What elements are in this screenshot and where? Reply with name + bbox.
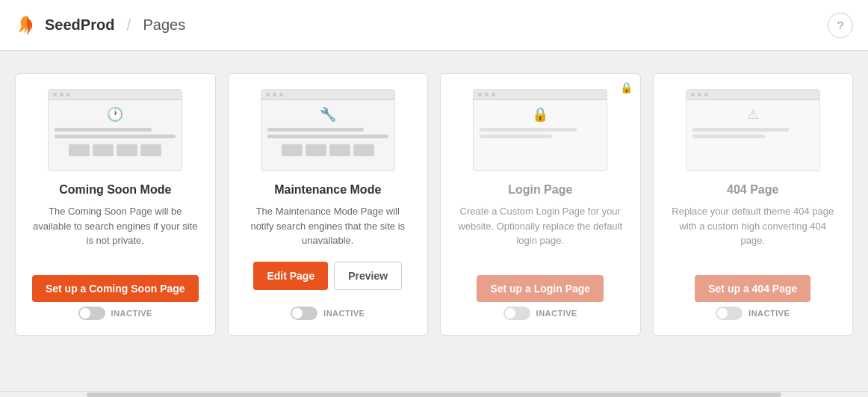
login-card: 🔒 🔒 Login Page Create a Custom Login Pag… — [440, 73, 641, 336]
preview-lines — [55, 128, 176, 138]
preview-block — [353, 144, 374, 156]
preview-dot — [691, 93, 695, 96]
header-left: SeedProd / Pages — [15, 13, 185, 37]
preview-dot — [279, 93, 283, 96]
preview-line — [267, 135, 388, 138]
coming-soon-desc: The Coming Soon Page will be available t… — [31, 204, 200, 262]
horizontal-scrollbar[interactable] — [0, 391, 868, 397]
maintenance-status: INACTIVE — [323, 309, 365, 318]
login-status: INACTIVE — [536, 309, 577, 318]
preview-block — [117, 144, 137, 156]
maintenance-btn-row: Edit Page Preview — [253, 262, 402, 290]
404-title: 404 Page — [727, 183, 778, 197]
preview-blocks — [282, 144, 374, 156]
preview-topbar — [686, 90, 819, 100]
page-title: Pages — [143, 16, 185, 34]
404-setup-button[interactable]: Set up a 404 Page — [695, 275, 810, 302]
clock-icon: 🕐 — [107, 106, 123, 123]
maintenance-card: 🔧 Maintenance Mode The Maintenance Mode … — [228, 73, 429, 336]
404-card: ⚠ 404 Page Replace your default theme 40… — [653, 73, 854, 336]
preview-dot — [492, 93, 495, 96]
coming-soon-preview: 🕐 — [48, 89, 182, 171]
coming-soon-title: Coming Soon Mode — [59, 183, 171, 197]
404-status: INACTIVE — [748, 309, 790, 318]
coming-soon-status: INACTIVE — [111, 309, 152, 318]
maintenance-preview: 🔧 — [261, 89, 395, 171]
maintenance-preview-button[interactable]: Preview — [334, 262, 402, 290]
preview-block — [140, 144, 161, 156]
preview-lines — [480, 128, 601, 138]
help-icon: ? — [837, 19, 843, 31]
toggle-knob — [80, 308, 90, 318]
preview-topbar — [261, 90, 394, 100]
preview-body: ⚠ — [686, 100, 819, 141]
preview-topbar — [474, 90, 607, 100]
preview-line — [692, 128, 790, 132]
login-setup-button[interactable]: Set up a Login Page — [477, 275, 604, 302]
scrollbar-thumb — [87, 393, 781, 397]
lock-badge-icon: 🔒 — [620, 81, 633, 93]
toggle-knob — [505, 308, 515, 318]
preview-body: 🕐 — [49, 100, 182, 159]
login-desc: Create a Custom Login Page for your webs… — [456, 204, 625, 262]
preview-dot — [485, 93, 489, 96]
logo-text: SeedProd — [45, 16, 114, 34]
preview-dot — [478, 93, 482, 96]
lock-preview-icon: 🔒 — [532, 106, 548, 123]
404-desc: Replace your default theme 404 page with… — [669, 204, 838, 262]
warning-icon: ⚠ — [747, 106, 759, 123]
preview-block — [69, 144, 90, 156]
preview-dot — [66, 93, 70, 96]
preview-body: 🔒 — [474, 100, 607, 141]
preview-lines — [267, 128, 388, 138]
login-title: Login Page — [508, 183, 572, 197]
toggle-knob — [292, 308, 303, 318]
preview-block — [306, 144, 326, 156]
preview-line — [692, 135, 765, 138]
preview-dot — [53, 93, 57, 96]
preview-line — [267, 128, 365, 132]
preview-dot — [266, 93, 270, 96]
preview-lines — [692, 128, 813, 138]
coming-soon-setup-button[interactable]: Set up a Coming Soon Page — [32, 275, 199, 302]
404-preview: ⚠ — [686, 89, 820, 171]
404-toggle[interactable] — [716, 307, 743, 320]
preview-line — [55, 135, 176, 138]
maintenance-title: Maintenance Mode — [274, 183, 381, 197]
preview-body: 🔧 — [261, 100, 394, 159]
toggle-knob — [717, 308, 728, 318]
header: SeedProd / Pages ? — [0, 0, 868, 51]
maintenance-edit-button[interactable]: Edit Page — [253, 262, 328, 290]
seedprod-logo-icon — [15, 13, 39, 37]
preview-dot — [698, 93, 701, 96]
logo-area: SeedProd — [15, 13, 114, 37]
preview-dot — [60, 93, 63, 96]
login-preview: 🔒 — [473, 89, 607, 171]
preview-dot — [704, 93, 708, 96]
maintenance-desc: The Maintenance Mode Page will notify se… — [244, 204, 413, 248]
maintenance-toggle-row: INACTIVE — [291, 307, 365, 320]
coming-soon-toggle-row: INACTIVE — [78, 307, 152, 320]
help-button[interactable]: ? — [828, 13, 853, 38]
preview-line — [55, 128, 152, 132]
preview-dot — [273, 93, 276, 96]
preview-topbar — [49, 90, 182, 100]
login-toggle[interactable] — [503, 307, 530, 320]
preview-blocks — [69, 144, 161, 156]
preview-block — [93, 144, 114, 156]
wrench-icon: 🔧 — [320, 106, 336, 123]
preview-block — [329, 144, 350, 156]
coming-soon-card: 🕐 Coming Soon Mode The Coming Soon Page … — [15, 73, 216, 336]
cards-container: 🕐 Coming Soon Mode The Coming Soon Page … — [0, 51, 868, 358]
preview-block — [282, 144, 303, 156]
404-toggle-row: INACTIVE — [716, 307, 790, 320]
preview-line — [480, 128, 577, 132]
header-divider: / — [126, 16, 131, 35]
maintenance-toggle[interactable] — [291, 307, 317, 320]
login-toggle-row: INACTIVE — [503, 307, 577, 320]
coming-soon-toggle[interactable] — [78, 307, 105, 320]
preview-line — [480, 135, 552, 138]
